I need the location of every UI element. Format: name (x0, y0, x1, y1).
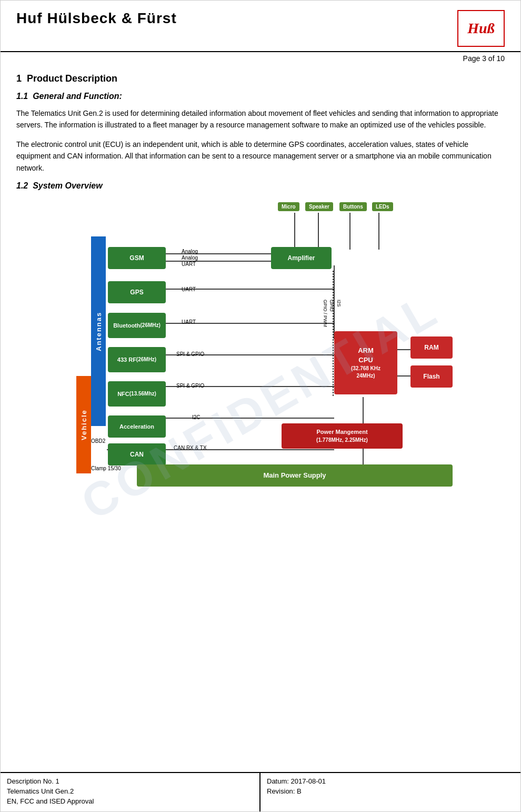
can-rxtx-label: CAN RX & TX (174, 445, 207, 451)
footer-right: Datum: 2017-08-01 Revision: B (260, 773, 520, 811)
rf433-block: 433 RF(26MHz) (108, 347, 166, 372)
arm-cpu-block: ARM CPU (32.768 KHz 24MHz) (334, 331, 397, 394)
amplifier-block: Amplifier (271, 247, 332, 269)
para-2: The electronic control unit (ECU) is an … (16, 138, 505, 174)
nfc-block: NFC(13.56Mhz) (108, 381, 166, 407)
page-footer: Description No. 1 Telematics Unit Gen.2 … (1, 772, 520, 811)
power-block: Power Mangement (1.778MHz, 2.25MHz) (282, 423, 403, 449)
i2s-label: I2S (336, 300, 342, 307)
footer-revision: Revision: B (267, 787, 514, 795)
speaker-label: Speaker (305, 202, 333, 211)
can-block: CAN (108, 443, 166, 466)
gpio-label: GPIO (329, 300, 334, 312)
logo-area: Huß (457, 10, 505, 47)
logo-box: Huß (457, 10, 505, 47)
analog2-label: Analog (182, 255, 198, 261)
logo-text: Huß (467, 20, 494, 37)
flash-block: Flash (410, 365, 453, 388)
footer-datum: Datum: 2017-08-01 (267, 777, 514, 785)
system-diagram: Vehicle Antennas Micro Speaker Buttons L… (76, 197, 445, 502)
footer-description-no: Description No. 1 (7, 777, 253, 785)
spi-gpio-nfc-label: SPI & GPIO (176, 383, 204, 389)
i2c-label: I2C (192, 414, 201, 420)
ram-block: RAM (410, 336, 453, 359)
page-number: Page 3 of 10 (1, 54, 520, 63)
gpio-pwm-label: GPIO / PWM (323, 300, 328, 327)
leds-label: LEDs (372, 202, 393, 211)
para-1: The Telematics Unit Gen.2 is used for de… (16, 107, 505, 131)
uart-bt-label: UART (182, 319, 196, 325)
analog-label: Analog (182, 249, 198, 254)
obd2-label: OBD2 (91, 438, 105, 444)
acceleration-block: Acceleration (108, 415, 166, 438)
page-header: Huf Hülsbeck & Fürst Huß (1, 1, 520, 52)
buttons-label: Buttons (339, 202, 367, 211)
main-content: 1 Product Description 1.1 General and Fu… (1, 63, 520, 772)
uart-label: UART (182, 261, 196, 267)
subsection-1-1: 1.1 General and Function: The Telematics… (16, 92, 505, 174)
bluetooth-block: Bluetooth(26MHz) (108, 313, 166, 338)
clamp-label: Clamp 15/30 (91, 466, 121, 471)
main-power-block: Main Power Supply (137, 464, 453, 487)
antennas-bar: Antennas (91, 236, 106, 426)
subsection-1-2-title: 1.2 System Overview (16, 181, 505, 191)
footer-approval: EN, FCC and ISED Approval (7, 797, 253, 805)
footer-product: Telematics Unit Gen.2 (7, 787, 253, 795)
footer-left: Description No. 1 Telematics Unit Gen.2 … (1, 773, 260, 811)
subsection-1-2: 1.2 System Overview (16, 181, 505, 502)
uart-gps-label: UART (182, 286, 196, 292)
gps-block: GPS (108, 281, 166, 303)
spi-gpio-rf-label: SPI & GPIO (176, 351, 204, 357)
subsection-1-1-title: 1.1 General and Function: (16, 92, 505, 101)
gsm-block: GSM (108, 247, 166, 269)
vehicle-bar: Vehicle (76, 376, 91, 473)
micro-label: Micro (278, 202, 299, 211)
section-1-title: 1 Product Description (16, 73, 505, 84)
company-title: Huf Hülsbeck & Fürst (16, 10, 177, 27)
section-1: 1 Product Description 1.1 General and Fu… (16, 73, 505, 502)
